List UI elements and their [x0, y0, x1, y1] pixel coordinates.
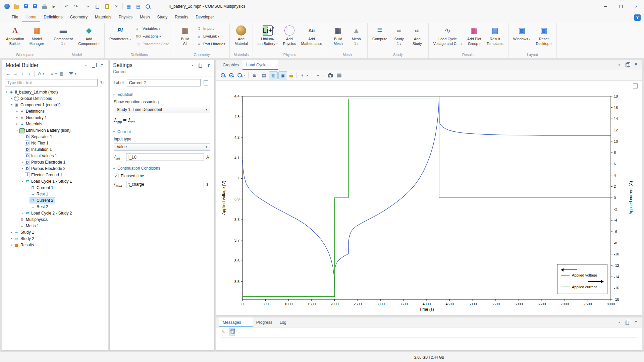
- tree-item-insulation-1[interactable]: DInsulation 1: [2, 146, 108, 153]
- minimize-button[interactable]: [598, 0, 613, 13]
- chevron-down-button[interactable]: ▾: [83, 62, 89, 68]
- float-button[interactable]: [91, 62, 97, 68]
- float-button[interactable]: [198, 62, 204, 68]
- tree-item-definitions[interactable]: ▸≡Definitions: [2, 108, 108, 114]
- lock-button[interactable]: [288, 72, 294, 79]
- ribbon-add-physics-button[interactable]: Add Physics: [281, 24, 298, 47]
- expand-arrow-icon[interactable]: ▸: [10, 237, 14, 240]
- menu-mesh[interactable]: Mesh: [136, 13, 153, 22]
- zoom-out-button[interactable]: −: [227, 72, 235, 79]
- expand-arrow-icon[interactable]: ▸: [20, 161, 24, 164]
- ribbon-mesh-1-button[interactable]: ▲Mesh 1▾: [347, 24, 365, 47]
- ribbon-livelink-button[interactable]: ∞LiveLink▾: [195, 33, 227, 40]
- default-view-button[interactable]: ⊞: [250, 71, 259, 79]
- menu-materials[interactable]: Materials: [91, 13, 115, 22]
- expand-arrow-icon[interactable]: ▸: [10, 231, 14, 234]
- expand-arrow-icon[interactable]: ▾: [20, 180, 24, 183]
- tree-item-study-2[interactable]: ▸∞Study 2: [2, 235, 108, 242]
- ribbon-import-button[interactable]: ↧Import: [195, 25, 227, 32]
- float-button[interactable]: [625, 62, 631, 68]
- ribbon-lithium-ion-battery-button[interactable]: Li+Lithium- Ion Battery▾: [255, 24, 280, 47]
- maximize-button[interactable]: [613, 0, 629, 13]
- tree-item-materials[interactable]: ▸●Materials: [2, 121, 108, 127]
- save-all-button[interactable]: [31, 2, 40, 11]
- ribbon-build-all-button[interactable]: ▦Build All: [176, 24, 194, 47]
- print-plot-button[interactable]: [335, 72, 343, 79]
- chevron-down-button[interactable]: ▾: [616, 62, 622, 68]
- menu-geometry[interactable]: Geometry: [66, 13, 91, 22]
- tab-load-cycle[interactable]: Load Cycle: [243, 60, 278, 70]
- delete-button[interactable]: ×: [112, 2, 121, 11]
- columns-button[interactable]: ▦: [58, 71, 65, 77]
- filter-input[interactable]: [5, 79, 98, 86]
- tree-item-study-1[interactable]: ▸∞Study 1: [2, 229, 108, 235]
- new-window-button[interactable]: ▣: [278, 71, 287, 79]
- menu-study[interactable]: Study: [153, 13, 171, 22]
- ribbon-add-component-button[interactable]: ◆Add Component▾: [76, 24, 102, 47]
- zoom-box-button[interactable]: ▾: [236, 72, 247, 79]
- snapshot-button[interactable]: [326, 72, 334, 79]
- ribbon-parameter-case-button[interactable]: ▤Parameter Case: [134, 41, 171, 47]
- input-type-dropdown[interactable]: Value ▾: [114, 143, 210, 150]
- copy-button[interactable]: [93, 2, 102, 11]
- chevron-down-button[interactable]: ▾: [190, 62, 196, 68]
- tree-item-separator-1[interactable]: DSeparator 1: [2, 133, 108, 140]
- expand-arrow-icon[interactable]: ▾: [15, 129, 19, 132]
- tab-log[interactable]: Log: [276, 317, 290, 327]
- open-file-button[interactable]: [12, 2, 21, 11]
- ribbon-functions-button[interactable]: f(x)Functions▾: [134, 33, 171, 40]
- expand-arrow-icon[interactable]: ▾: [4, 90, 8, 94]
- ribbon-model-manager-button[interactable]: ▦Model Manager: [27, 24, 46, 47]
- tree-item-geometry-1[interactable]: ▸◆Geometry 1: [2, 114, 108, 121]
- ribbon-windows-button[interactable]: ▣Windows▾: [511, 24, 533, 42]
- axes-button[interactable]: ▥: [269, 71, 278, 79]
- forward-button[interactable]: →: [12, 71, 19, 77]
- ribbon-reset-desktop-button[interactable]: ▣Reset Desktop▾: [533, 24, 554, 47]
- show-button[interactable]: ⊙▾: [36, 71, 45, 77]
- tree-item-no-flux-1[interactable]: DNo Flux 1: [2, 140, 108, 146]
- tree-item-component-1-comp1[interactable]: ▾▣Component 1 (comp1): [2, 102, 108, 108]
- comsol-logo-button[interactable]: [3, 2, 11, 11]
- close-button[interactable]: ×: [629, 0, 644, 13]
- menu-results[interactable]: Results: [171, 13, 192, 22]
- pin-button[interactable]: [99, 62, 105, 68]
- menu-definitions[interactable]: Definitions: [40, 13, 66, 22]
- help-button[interactable]: ?: [634, 14, 641, 21]
- label-input[interactable]: [127, 79, 201, 86]
- redo-button[interactable]: ↷: [71, 2, 80, 11]
- ribbon-part-libraries-button[interactable]: ≡Part Libraries: [195, 41, 227, 47]
- tree-item-rest-1[interactable]: –Rest 1: [2, 191, 108, 197]
- tree-item-results[interactable]: ▸▆Results: [2, 242, 108, 248]
- tree-item-li-battery-1d-mph-root[interactable]: ▾◈li_battery_1d.mph (root): [2, 89, 108, 95]
- pin-button[interactable]: [206, 62, 212, 68]
- undo-button[interactable]: ↶: [62, 2, 71, 11]
- ribbon-study-1-button[interactable]: ∞Study 1▾: [390, 24, 408, 47]
- filter-button[interactable]: ▾: [68, 70, 77, 77]
- tree-item-current-2[interactable]: ⊓Current 2: [2, 197, 108, 203]
- refresh-button[interactable]: ↻: [99, 80, 105, 86]
- paste-button[interactable]: [103, 2, 111, 11]
- clear-button[interactable]: ✎: [219, 328, 228, 336]
- iset-input[interactable]: [126, 154, 204, 161]
- expand-arrow-icon[interactable]: ▸: [15, 122, 19, 125]
- close-icon[interactable]: [244, 320, 249, 325]
- tree-item-load-cycle-2-study-2[interactable]: ▸⇄Load Cycle 2 - Study 2: [2, 210, 108, 216]
- search-button[interactable]: [143, 2, 152, 11]
- ribbon-application-builder-button[interactable]: AApplication Builder: [4, 24, 26, 47]
- expand-arrow-icon[interactable]: ▸: [15, 116, 19, 119]
- expand-arrow-icon[interactable]: ▸: [10, 243, 14, 246]
- menu-home[interactable]: Home: [22, 13, 40, 22]
- equation-form-dropdown[interactable]: Study 1, Time Dependent ▾: [114, 106, 210, 113]
- float-button[interactable]: [625, 319, 631, 325]
- ribbon-add-plot-group-button[interactable]: ▦Add Plot Group▾: [465, 24, 484, 47]
- copy-plot-button[interactable]: [633, 83, 638, 89]
- group-order-button[interactable]: ≡▾: [48, 71, 58, 77]
- rename-icon[interactable]: [203, 79, 209, 86]
- expand-arrow-icon[interactable]: ▸: [20, 212, 24, 215]
- run-button[interactable]: ▶: [50, 2, 58, 11]
- table-button[interactable]: ▦: [124, 2, 133, 11]
- ribbon-parameters-button[interactable]: PiParameters▾: [107, 24, 133, 42]
- tree-item-mesh-1[interactable]: ▲Mesh 1: [2, 223, 108, 229]
- expand-arrow-icon[interactable]: ▾: [10, 103, 14, 106]
- menu-physics[interactable]: Physics: [115, 13, 136, 22]
